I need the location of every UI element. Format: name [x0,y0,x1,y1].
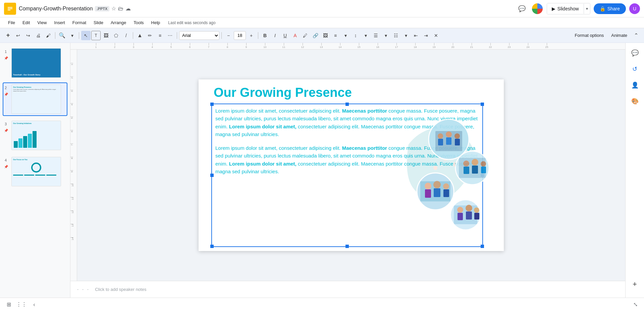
sidebar-collapse-button[interactable]: ‹ [30,300,39,309]
canvas-container[interactable]: Our Growing Presence Lorem i [77,50,625,281]
svg-rect-36 [443,189,449,197]
comment-button[interactable]: 💬 [516,3,528,15]
handle-bottom-middle[interactable] [345,245,349,248]
slide-title[interactable]: Our Growing Presence [214,85,352,100]
link-button[interactable]: 🔗 [311,31,320,40]
grid-view-button[interactable]: ⊞ [4,300,13,309]
handle-bottom-right[interactable] [481,245,484,248]
avatar[interactable]: U [629,3,640,14]
menu-tools[interactable]: Tools [130,19,147,26]
svg-point-42 [466,205,472,211]
handle-top-left[interactable] [210,103,214,106]
text-box-tool[interactable]: T [91,31,101,40]
font-size-decrease[interactable]: − [224,31,233,40]
bold-button[interactable]: B [260,31,270,40]
notes-area[interactable]: · · · Click to add speaker notes [70,281,625,298]
more-button[interactable]: ⋯ [165,31,175,40]
star-icon[interactable]: ☆ [111,5,116,12]
svg-point-40 [457,207,463,213]
underline-button[interactable]: U [280,31,290,40]
sidebar-refresh-button[interactable]: ↺ [628,62,642,76]
slide-thumb-1[interactable]: 1 Townhall : Our Growth Story 📌 [3,46,67,80]
list-bullet-button[interactable]: ☰ [371,31,380,40]
zoom-dropdown[interactable]: ▾ [67,31,77,40]
list-numbered-dropdown[interactable]: ▾ [401,31,411,40]
filmstrip-view-button[interactable]: ⋮⋮ [17,300,26,309]
handle-top-right[interactable] [481,103,484,106]
paint-format-button[interactable]: 🖌 [44,31,53,40]
print-button[interactable]: 🖨 [34,31,43,40]
image-tool[interactable]: 🖼 [101,31,111,40]
list-numbered-button[interactable]: ☷ [391,31,400,40]
menu-arrange[interactable]: Arrange [107,19,129,26]
select-tool[interactable]: ↖ [81,31,91,40]
slide-canvas[interactable]: Our Growing Presence Lorem i [199,79,504,251]
doc-title[interactable]: Company-Growth-Presentation .PPTX ☆ 🗁 ☁ [19,5,513,12]
italic-button[interactable]: I [270,31,280,40]
plus-icon: + [633,280,637,289]
handle-bottom-left[interactable] [210,245,214,248]
svg-point-10 [450,200,481,230]
sidebar-comment-button[interactable]: 💬 [628,46,642,60]
font-size-increase[interactable]: + [247,31,256,40]
menu-format[interactable]: Format [69,19,90,26]
slideshow-button[interactable]: ▶ Slideshow ▾ [547,3,590,14]
image-inline-button[interactable]: 🖼 [321,31,330,40]
align-button[interactable]: ≡ [155,31,165,40]
slideshow-label: Slideshow [557,6,579,11]
line-tool[interactable]: / [121,31,131,40]
meet-button[interactable] [531,3,543,15]
menu-help[interactable]: Help [148,19,164,26]
line-spacing-dropdown[interactable]: ▾ [361,31,370,40]
font-family-select[interactable]: Arial [179,31,219,40]
folder-icon[interactable]: 🗁 [118,6,123,12]
add-button[interactable]: + [3,31,13,40]
text-box-main[interactable]: Lorem ipsum dolor sit amet, consectetuer… [211,104,483,247]
highlight-button[interactable]: 🖊 [301,31,310,40]
shape-tool[interactable]: ⬠ [111,31,121,40]
line-spacing-button[interactable]: ↕ [351,31,360,40]
font-size-input[interactable]: 18 [234,31,246,40]
filmstrip-icon: ⋮⋮ [16,301,27,308]
handle-top-middle[interactable] [345,103,349,106]
menu-view[interactable]: View [34,19,50,26]
line-color-button[interactable]: ✏ [145,31,155,40]
slideshow-main-button[interactable]: ▶ Slideshow [547,3,584,14]
clear-format-button[interactable]: ✕ [431,31,441,40]
expand-button[interactable]: ⤡ [631,300,640,309]
slide4-circle-thumb [31,163,41,173]
menu-insert[interactable]: Insert [51,19,68,26]
slide-thumb-4[interactable]: 4 Our Focus on You 📌 [3,155,67,188]
notes-placeholder[interactable]: Click to add speaker notes [95,287,146,292]
para1-bold: Maecenas porttitor [342,108,387,114]
cloud-icon[interactable]: ☁ [125,5,131,12]
redo-button[interactable]: ↪ [23,31,33,40]
handle-middle-left[interactable] [210,174,214,177]
indent-increase-button[interactable]: ⇥ [421,31,431,40]
align-text-button[interactable]: ≡ [331,31,340,40]
slide-thumb-2[interactable]: 2 Our Growing Presence Lorem ipsum dolor… [3,82,67,116]
sidebar-user-button[interactable]: 👤 [628,78,642,92]
undo-button[interactable]: ↩ [13,31,23,40]
toolbar-collapse-button[interactable]: ⌃ [631,31,641,40]
slide-thumb-3[interactable]: 3 Our Growing Initiatives 📌 [3,119,67,152]
menu-edit[interactable]: Edit [19,19,33,26]
zoom-button[interactable]: 🔍 [57,31,67,40]
handle-middle-right[interactable] [481,174,484,177]
slideshow-dropdown-button[interactable]: ▾ [584,4,590,14]
menu-file[interactable]: File [5,19,18,26]
main-area: 1 Townhall : Our Growth Story 📌 2 Our Gr… [0,43,644,298]
fill-color-button[interactable]: ▲ [135,31,145,40]
text-color-button[interactable]: A [290,31,300,40]
list-dropdown[interactable]: ▾ [381,31,390,40]
format-options-button[interactable]: Format options [572,32,607,39]
sidebar-palette-button[interactable]: 🎨 [628,95,642,108]
align-dropdown[interactable]: ▾ [341,31,350,40]
share-button[interactable]: 🔒 Share [594,3,626,14]
animate-button[interactable]: Animate [608,32,631,39]
menu-slide[interactable]: Slide [90,19,107,26]
sidebar-add-button[interactable]: + [628,277,642,291]
indent-decrease-button[interactable]: ⇤ [411,31,421,40]
slideshow-icon: ▶ [552,6,555,11]
slide-image-2: Our Growing Presence Lorem ipsum dolor s… [11,84,61,114]
